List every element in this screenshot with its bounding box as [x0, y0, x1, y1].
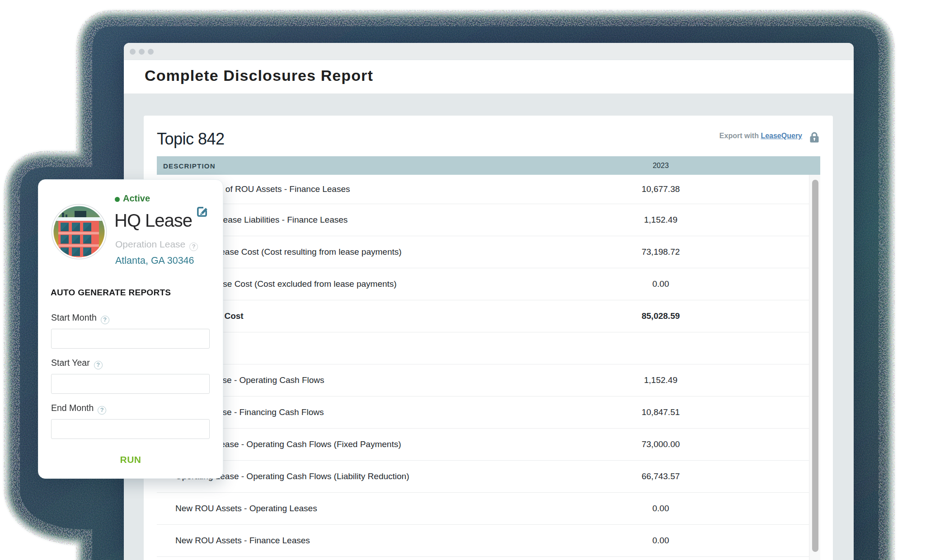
- row-value: 1,152.49: [618, 215, 704, 225]
- lease-name: HQ Lease: [114, 210, 192, 231]
- row-value: 0.00: [618, 279, 704, 289]
- window-titlebar: [124, 43, 854, 60]
- window-control-icon[interactable]: [139, 49, 145, 55]
- table-row: Finance Lease - Operating Cash Flows1,15…: [157, 364, 809, 397]
- status-badge: Active: [123, 193, 150, 204]
- table-row: Finance Lease - Financing Cash Flows10,8…: [157, 397, 809, 429]
- export-line: Export with LeaseQuery: [655, 132, 802, 140]
- window-control-icon[interactable]: [148, 49, 154, 55]
- lease-type: Operation Lease?: [115, 239, 198, 251]
- export-leasequery-link[interactable]: LeaseQuery: [761, 132, 802, 140]
- row-value: 73,000.00: [618, 439, 704, 449]
- table-row: Total Lease Cost85,028.59: [157, 300, 809, 332]
- lock-icon: [809, 131, 820, 143]
- start-month-input[interactable]: [51, 329, 210, 349]
- table-row: New ROU Assets - Finance Leases0.00: [157, 525, 809, 557]
- scrollbar-thumb[interactable]: [812, 180, 818, 552]
- active-status-dot-icon: [115, 197, 120, 202]
- window-control-icon[interactable]: [130, 49, 136, 55]
- field-label-start-month: Start Month?: [51, 313, 109, 324]
- table-row: Variable Lease Cost (Cost excluded from …: [157, 268, 809, 300]
- page-title: Complete Disclosures Report: [145, 67, 373, 84]
- row-value: 66,743.57: [618, 471, 704, 481]
- page: Complete Disclosures Report Topic 842 Ex…: [0, 0, 940, 560]
- help-icon[interactable]: ?: [101, 316, 109, 324]
- table-row: Operating Lease Cost (Cost resulting fro…: [157, 236, 809, 268]
- table-row: New ROU Assets - Operating Leases0.00: [157, 493, 809, 525]
- edit-icon[interactable]: [196, 205, 208, 218]
- end-month-input[interactable]: [51, 419, 210, 439]
- table-header-row: DESCRIPTION 2023: [157, 156, 820, 175]
- table-row: Operating Lease - Operating Cash Flows (…: [157, 429, 809, 461]
- lease-card: Active: [38, 179, 223, 479]
- lease-location[interactable]: Atlanta, GA 30346: [115, 255, 194, 266]
- column-header-2023: 2023: [618, 162, 704, 170]
- run-button[interactable]: RUN: [38, 454, 223, 465]
- table-body: Amortization of ROU Assets - Finance Lea…: [157, 175, 809, 557]
- start-year-input[interactable]: [51, 374, 210, 394]
- table-row: Amortization of ROU Assets - Finance Lea…: [157, 175, 809, 204]
- row-value: 73,198.72: [618, 247, 704, 257]
- row-value: 85,028.59: [618, 311, 704, 321]
- row-value: 10,847.51: [618, 407, 704, 417]
- field-label-end-month: End Month?: [51, 403, 106, 415]
- export-prefix: Export with: [719, 132, 761, 140]
- table-row: [157, 332, 809, 364]
- row-description: New ROU Assets - Operating Leases: [175, 504, 317, 513]
- row-value: 10,677.38: [618, 184, 704, 194]
- report-title: Topic 842: [157, 130, 225, 149]
- field-label-start-year: Start Year?: [51, 358, 103, 369]
- building-avatar: [51, 204, 107, 260]
- column-header-description: DESCRIPTION: [163, 162, 216, 169]
- table-row: Interest on Lease Liabilities - Finance …: [157, 204, 809, 236]
- row-value: 0.00: [618, 504, 704, 513]
- section-title: AUTO GENERATE REPORTS: [51, 288, 171, 298]
- help-icon[interactable]: ?: [189, 243, 198, 251]
- row-value: 1,152.49: [618, 375, 704, 385]
- row-value: 0.00: [618, 536, 704, 546]
- help-icon[interactable]: ?: [94, 361, 103, 369]
- disclosures-table: DESCRIPTION 2023 Amortization of ROU Ass…: [157, 156, 820, 557]
- row-description: New ROU Assets - Finance Leases: [175, 536, 310, 546]
- help-icon[interactable]: ?: [98, 406, 106, 415]
- table-row: Operating Lease - Operating Cash Flows (…: [157, 461, 809, 493]
